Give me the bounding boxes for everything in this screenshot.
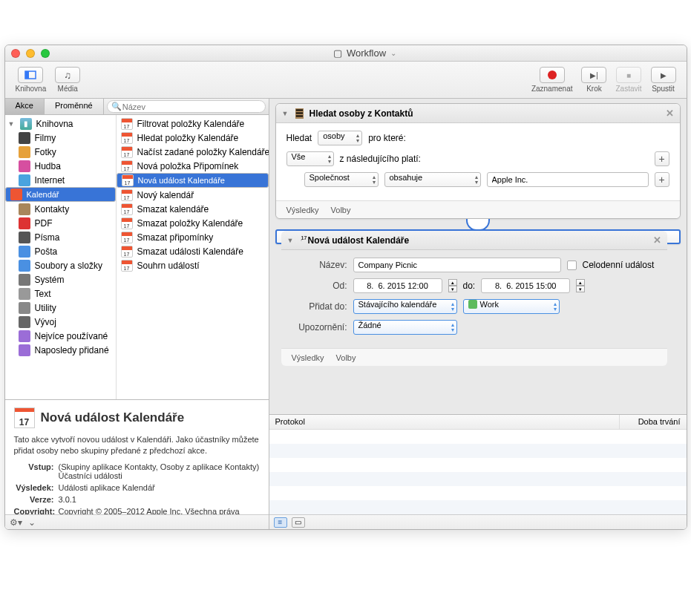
- sidebar-category-item[interactable]: Filmy: [5, 131, 116, 145]
- library-action-item[interactable]: Filtrovat položky Kalendáře: [117, 117, 269, 131]
- log-body: [269, 430, 687, 514]
- library-action-item[interactable]: Smazat připomínky: [117, 230, 269, 244]
- add-criteria-button[interactable]: +: [655, 172, 669, 187]
- results-button[interactable]: Výsledky: [286, 206, 319, 214]
- run-button[interactable]: ▶ Spustit: [646, 65, 681, 94]
- action-find-contacts[interactable]: ▼ ☰ Hledat osoby z Kontaktů ✕ Hledat oso…: [275, 103, 681, 219]
- log-col-protocol[interactable]: Protokol: [269, 415, 620, 429]
- library-action-item[interactable]: Smazat položky Kalendáře: [117, 216, 269, 230]
- sidebar-category-item[interactable]: Naposledy přidané: [5, 343, 116, 357]
- allday-checkbox[interactable]: [567, 261, 577, 270]
- record-icon: [548, 71, 557, 79]
- tab-actions[interactable]: Akce: [5, 99, 45, 114]
- library-action-item[interactable]: Smazat kalendáře: [117, 202, 269, 216]
- close-window-button[interactable]: [11, 49, 20, 58]
- sidebar-category-item[interactable]: Kalendář: [5, 187, 116, 202]
- sidebar-category-item[interactable]: Kontakty: [5, 202, 116, 216]
- search-input[interactable]: [107, 100, 266, 113]
- options-button[interactable]: Volby: [331, 206, 351, 214]
- library-action-item[interactable]: Nový kalendář: [117, 188, 269, 202]
- workflow-canvas[interactable]: ▼ ☰ Hledat osoby z Kontaktů ✕ Hledat oso…: [269, 99, 687, 414]
- calendar-icon: [121, 189, 133, 201]
- sidebar-category-item[interactable]: Vývoj: [5, 315, 116, 329]
- library-action-item[interactable]: Nová událost Kalendáře: [117, 173, 269, 188]
- library-button[interactable]: Knihovna: [11, 65, 51, 94]
- to-stepper[interactable]: ▴▾: [576, 279, 585, 292]
- log-view-list-button[interactable]: ≡: [274, 517, 287, 528]
- zoom-window-button[interactable]: [41, 49, 50, 58]
- sidebar-category-item[interactable]: Nejvíce používané: [5, 329, 116, 343]
- calendar-icon: [121, 146, 133, 158]
- find-type-select[interactable]: osoby▴▾: [318, 131, 362, 145]
- sidebar-category-item[interactable]: Hudba: [5, 159, 116, 173]
- sidebar-category-item[interactable]: Soubory a složky: [5, 258, 116, 272]
- calendar-icon: [121, 132, 133, 144]
- operator-select[interactable]: obsahuje▴▾: [384, 172, 481, 187]
- calendar-select[interactable]: Work▴▾: [463, 299, 560, 314]
- sidebar-category-item[interactable]: Utility: [5, 301, 116, 315]
- library-action-item[interactable]: Nová položka Připomínek: [117, 159, 269, 173]
- minimize-window-button[interactable]: [26, 49, 35, 58]
- calendar-icon: [121, 203, 133, 215]
- library-action-item[interactable]: Hledat položky Kalendáře: [117, 131, 269, 145]
- category-label: Pošta: [35, 246, 58, 257]
- chevron-down-icon[interactable]: ⌄: [390, 49, 396, 57]
- category-label: Písma: [35, 232, 60, 243]
- alarm-select[interactable]: Žádné▴▾: [353, 320, 457, 335]
- log-view-detail-button[interactable]: ▭: [292, 517, 305, 528]
- collapse-icon[interactable]: ⌄: [28, 517, 36, 528]
- category-label: Naposledy přidané: [35, 345, 109, 355]
- addto-select[interactable]: Stávajícího kalendáře▴▾: [353, 299, 457, 314]
- action-label: Nová událost Kalendáře: [138, 176, 225, 185]
- sidebar-category-item[interactable]: Fotky: [5, 145, 116, 159]
- calendar-icon: [121, 217, 133, 229]
- library-action-item[interactable]: Souhrn událostí: [117, 258, 269, 272]
- add-rule-button[interactable]: +: [655, 151, 669, 166]
- library-category-list[interactable]: ▼▮KnihovnaFilmyFotkyHudbaInternetKalendá…: [5, 115, 117, 399]
- field-select[interactable]: Společnost▴▾: [304, 172, 379, 187]
- library-action-item[interactable]: Smazat události Kalendáře: [117, 244, 269, 258]
- action-label: Smazat kalendáře: [137, 204, 209, 214]
- titlebar: ▢ Workflow ⌄: [5, 45, 687, 62]
- tab-variables[interactable]: Proměnné: [45, 99, 104, 114]
- close-icon[interactable]: ✕: [653, 235, 661, 246]
- workflow-doc-icon: ▢: [333, 47, 342, 59]
- event-name-input[interactable]: [353, 258, 561, 272]
- library-root-item[interactable]: ▼▮Knihovna: [5, 117, 116, 131]
- action-label: Souhrn událostí: [137, 261, 200, 271]
- action-new-calendar-event[interactable]: ▼ Nová událost Kalendáře ✕ Název: Celode…: [275, 229, 681, 244]
- category-label: Vývoj: [35, 317, 56, 327]
- calendar-icon: [121, 232, 133, 243]
- disclosure-triangle-icon[interactable]: ▼: [287, 237, 295, 244]
- media-icon: ♫: [64, 70, 71, 81]
- action-label: Načíst zadané položky Kalendáře: [137, 147, 269, 157]
- sidebar-category-item[interactable]: Pošta: [5, 244, 116, 258]
- library-action-list[interactable]: Filtrovat položky KalendářeHledat položk…: [117, 115, 269, 399]
- calendar-icon: [14, 407, 35, 428]
- category-label: Nejvíce používané: [35, 331, 108, 341]
- record-button[interactable]: Zaznamenat: [527, 65, 577, 94]
- log-col-duration[interactable]: Doba trvání: [620, 415, 687, 429]
- action-label: Nový kalendář: [137, 190, 194, 200]
- results-button[interactable]: Výsledky: [292, 353, 324, 362]
- media-button[interactable]: ♫ Média: [50, 65, 85, 94]
- close-icon[interactable]: ✕: [666, 108, 674, 119]
- from-stepper[interactable]: ▴▾: [448, 279, 457, 292]
- sidebar-category-item[interactable]: PDF: [5, 216, 116, 230]
- disclosure-triangle-icon[interactable]: ▼: [282, 110, 289, 117]
- gear-icon[interactable]: ⚙︎▾: [10, 517, 22, 528]
- action-connector: [463, 219, 493, 229]
- library-action-item[interactable]: Načíst zadané položky Kalendáře: [117, 145, 269, 159]
- criteria-value-input[interactable]: [487, 172, 649, 187]
- sidebar-category-item[interactable]: Systém: [5, 272, 116, 286]
- step-button[interactable]: ▶| Krok: [577, 65, 611, 94]
- from-date-input[interactable]: [353, 278, 442, 293]
- sidebar-category-item[interactable]: Písma: [5, 230, 116, 244]
- to-date-input[interactable]: [481, 278, 570, 293]
- options-button[interactable]: Volby: [336, 353, 356, 362]
- calendar-color-icon: [468, 300, 477, 309]
- sidebar-category-item[interactable]: Internet: [5, 173, 116, 187]
- action-title: Hledat osoby z Kontaktů: [310, 108, 413, 119]
- scope-select[interactable]: Vše▴▾: [286, 151, 334, 166]
- sidebar-category-item[interactable]: Text: [5, 286, 116, 301]
